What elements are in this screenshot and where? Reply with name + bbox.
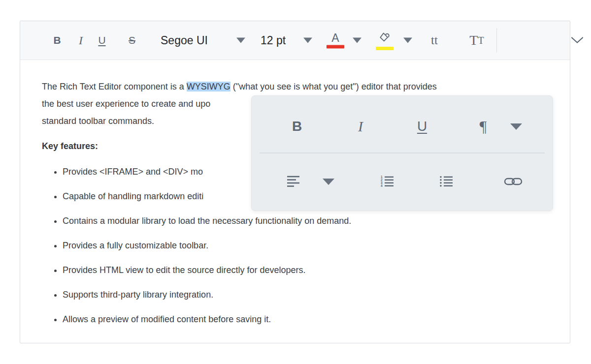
paint-bucket-icon [378,30,391,45]
font-color-dropdown-arrow[interactable] [353,38,361,43]
quick-align-button[interactable] [283,171,304,192]
link-icon [504,176,523,187]
highlight-color-swatch [376,47,394,50]
bold-button[interactable]: B [47,34,67,46]
rte-main-toolbar: B I U S Segoe UI 12 pt A tt [20,21,570,60]
chevron-down-icon [303,38,312,43]
align-left-icon [287,176,300,187]
selected-text: WYSIWYG [187,82,230,91]
quick-link-button[interactable] [502,171,524,192]
quick-bullet-list-button[interactable] [435,171,457,192]
italic-button[interactable]: I [71,34,91,47]
quick-toolbar-divider [260,152,545,153]
paragraph-text: ("what you see is what you get") editor … [230,82,437,91]
font-color-letter: A [331,32,339,44]
uppercase-big-letter: T [469,32,478,48]
font-name-dropdown-arrow[interactable] [236,38,245,43]
chevron-down-icon [571,37,584,44]
quick-paragraph-format-button[interactable]: ¶ [472,116,494,137]
feature-item: Contains a modular library to load the n… [63,215,550,226]
quick-underline-button[interactable]: U [411,116,433,137]
quick-bold-button[interactable]: B [286,116,308,137]
feature-item: Provides a fully customizable toolbar. [63,240,550,251]
paragraph-text: standard toolbar commands. [42,116,154,126]
feature-item: Supports third-party library integration… [63,289,550,300]
chevron-down-icon [403,38,412,43]
font-name-value: Segoe UI [161,34,208,47]
highlight-color-dropdown-arrow[interactable] [403,38,412,43]
highlight-color-button[interactable] [375,30,394,50]
font-color-button[interactable]: A [326,32,345,49]
quick-numbered-list-button[interactable]: 1234 [376,171,398,192]
chevron-down-icon [353,38,361,43]
bullet-list-icon [439,175,453,188]
feature-item: Allows a preview of modified content bef… [63,314,550,325]
quick-paragraph-dropdown-arrow[interactable] [505,116,527,137]
font-color-swatch [327,45,344,49]
font-size-dropdown[interactable]: 12 pt [261,34,286,47]
font-size-value: 12 pt [261,34,286,47]
underline-button[interactable]: U [92,34,112,46]
numbered-list-icon: 1234 [380,175,394,188]
quick-italic-button[interactable]: I [350,116,371,137]
uppercase-button[interactable]: TT [466,32,488,48]
font-name-dropdown[interactable]: Segoe UI [161,34,208,47]
toolbar-expand-button[interactable] [569,37,585,44]
uppercase-small-letter: T [478,35,484,46]
paragraph-text: The Rich Text Editor component is a [42,82,187,91]
lowercase-button[interactable]: tt [424,33,445,47]
font-size-dropdown-arrow[interactable] [303,38,312,43]
svg-text:4: 4 [381,184,383,187]
chevron-down-icon [323,179,334,185]
toolbar-divider [496,28,497,53]
chevron-down-icon [510,123,522,130]
feature-item: Provides HTML view to edit the source di… [63,265,550,275]
quick-inline-toolbar: B I U ¶ 1234 [251,95,553,211]
paragraph-text: the best user experience to create and u… [42,99,210,109]
chevron-down-icon [236,38,245,43]
strikethrough-button[interactable]: S [122,34,142,46]
quick-align-dropdown-arrow[interactable] [318,171,339,192]
